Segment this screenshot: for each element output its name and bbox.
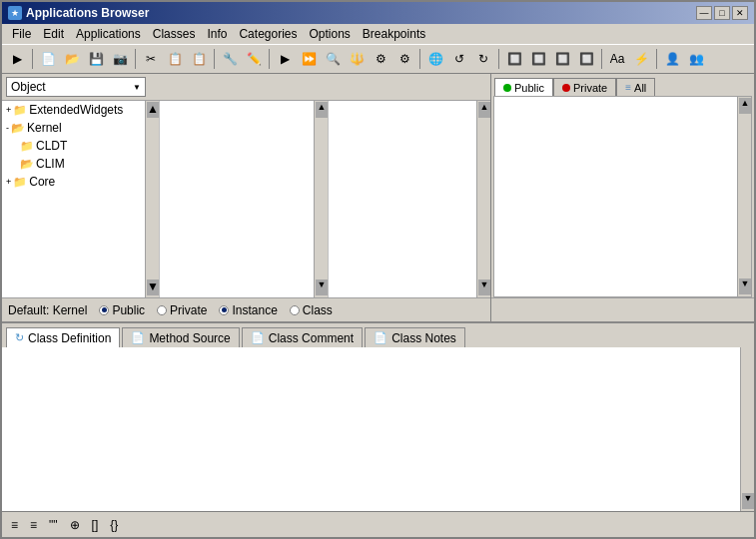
search-button[interactable]: 🔍 — [322, 48, 344, 70]
right-scroll-down[interactable]: ▼ — [478, 279, 490, 295]
snapshot-button[interactable]: 📷 — [109, 48, 131, 70]
grid3-button[interactable]: 🔲 — [551, 48, 573, 70]
tab-public[interactable]: Public — [494, 78, 553, 96]
tree-label: ExtendedWidgets — [29, 103, 123, 117]
toolbar-sep-3 — [214, 49, 215, 69]
open-button[interactable]: 📂 — [61, 48, 83, 70]
method-tabs-bar: Public Private ≡ All — [491, 74, 754, 96]
bracket-btn[interactable]: [] — [89, 518, 102, 532]
mid-scroll-down[interactable]: ▼ — [316, 279, 328, 295]
tab-method-source[interactable]: 📄 Method Source — [122, 327, 239, 347]
radio-class-indicator — [290, 305, 300, 315]
code-scroll-down[interactable]: ▼ — [742, 493, 754, 509]
tree-scroll-down[interactable]: ▼ — [147, 279, 159, 295]
globe-button[interactable]: 🌐 — [424, 48, 446, 70]
config2-button[interactable]: ⚙ — [393, 48, 415, 70]
brace-btn[interactable]: {} — [107, 518, 121, 532]
tree-item-cldt[interactable]: 📁 CLDT — [2, 137, 145, 155]
tab-class-comment[interactable]: 📄 Class Comment — [242, 327, 363, 347]
title-bar-left: ★ Applications Browser — [8, 6, 149, 20]
middle-list-panel: ▲ ▼ — [160, 101, 329, 297]
menu-options[interactable]: Options — [303, 25, 356, 43]
edit-button[interactable]: ✏️ — [243, 48, 265, 70]
tree-scroll-up[interactable]: ▲ — [147, 102, 159, 118]
menu-classes[interactable]: Classes — [147, 25, 202, 43]
grid1-button[interactable]: 🔲 — [503, 48, 525, 70]
right-scrollbar[interactable]: ▲ ▼ — [476, 101, 490, 297]
users-button[interactable]: 👥 — [685, 48, 707, 70]
save-button[interactable]: 💾 — [85, 48, 107, 70]
method-scrollbar[interactable]: ▲ ▼ — [737, 97, 751, 296]
add-btn[interactable]: ⊕ — [67, 518, 83, 532]
indent-btn[interactable]: ≡ — [8, 518, 21, 532]
expand-icon: - — [6, 123, 9, 133]
radio-public[interactable]: Public — [99, 303, 145, 317]
method-scroll-down[interactable]: ▼ — [739, 278, 751, 294]
middle-scrollbar[interactable]: ▲ ▼ — [314, 101, 328, 297]
tree-item-kernel[interactable]: - 📂 Kernel — [2, 119, 145, 137]
menu-applications[interactable]: Applications — [70, 25, 147, 43]
code-editor[interactable] — [2, 347, 740, 511]
radio-instance[interactable]: Instance — [219, 303, 277, 317]
menu-file[interactable]: File — [6, 25, 37, 43]
toolbar-sep-1 — [32, 49, 33, 69]
text-button[interactable]: Aa — [606, 48, 628, 70]
folder-icon: 📁 — [20, 140, 34, 153]
mid-scroll-up[interactable]: ▲ — [316, 102, 328, 118]
tree-label: CLIM — [36, 157, 65, 171]
toolbar: ▶ 📄 📂 💾 📷 ✂ 📋 📋 🔧 ✏️ ▶ ⏩ 🔍 🔱 ⚙ ⚙ 🌐 ↺ ↻ 🔲… — [2, 44, 754, 74]
close-button[interactable]: ✕ — [732, 6, 748, 20]
cut-button[interactable]: ✂ — [140, 48, 162, 70]
radio-class[interactable]: Class — [290, 303, 333, 317]
menu-breakpoints[interactable]: Breakpoints — [357, 25, 431, 43]
run-button[interactable]: ▶ — [6, 48, 28, 70]
outdent-btn[interactable]: ≡ — [27, 518, 40, 532]
tree-item-clim[interactable]: 📂 CLIM — [2, 155, 145, 173]
tab-class-notes[interactable]: 📄 Class Notes — [365, 327, 465, 347]
tree-label: CLDT — [36, 139, 67, 153]
right-scroll-up[interactable]: ▲ — [478, 102, 490, 118]
right-bottom-bar — [491, 297, 754, 321]
tab-class-definition[interactable]: ↻ Class Definition — [6, 327, 120, 347]
config1-button[interactable]: ⚙ — [370, 48, 391, 70]
toolbar-sep-7 — [601, 49, 602, 69]
grid2-button[interactable]: 🔲 — [527, 48, 549, 70]
undo-button[interactable]: ↺ — [448, 48, 470, 70]
folder-icon: 📁 — [13, 176, 27, 189]
menu-info[interactable]: Info — [201, 25, 233, 43]
menu-bar: File Edit Applications Classes Info Cate… — [2, 24, 754, 44]
code-scrollbar[interactable]: ▼ — [740, 347, 754, 511]
tree-scrollbar[interactable]: ▲ ▼ — [145, 101, 159, 297]
window-title: Applications Browser — [26, 6, 149, 20]
class-comment-icon: 📄 — [251, 331, 265, 344]
main-window: ★ Applications Browser — □ ✕ File Edit A… — [0, 0, 756, 539]
maximize-button[interactable]: □ — [714, 6, 730, 20]
user-button[interactable]: 👤 — [661, 48, 683, 70]
paste-button[interactable]: 📋 — [188, 48, 210, 70]
menu-categories[interactable]: Categories — [233, 25, 303, 43]
copy-button[interactable]: 📋 — [164, 48, 186, 70]
code-bottom-toolbar: ≡ ≡ "" ⊕ [] {} — [2, 511, 754, 537]
step-button[interactable]: ⏩ — [298, 48, 320, 70]
flash-button[interactable]: ⚡ — [630, 48, 652, 70]
string-btn[interactable]: "" — [46, 518, 61, 532]
method-scroll-up[interactable]: ▲ — [739, 98, 751, 114]
minimize-button[interactable]: — — [696, 6, 712, 20]
expand-icon: + — [6, 105, 11, 115]
toolbar-sep-5 — [419, 49, 420, 69]
filter-button[interactable]: 🔱 — [346, 48, 368, 70]
tab-private[interactable]: Private — [553, 78, 616, 96]
play-button[interactable]: ▶ — [274, 48, 296, 70]
settings-button[interactable]: 🔧 — [219, 48, 241, 70]
class-dropdown[interactable]: Object ▼ — [6, 77, 146, 97]
grid4-button[interactable]: 🔲 — [575, 48, 597, 70]
radio-private[interactable]: Private — [157, 303, 207, 317]
menu-edit[interactable]: Edit — [37, 25, 70, 43]
tab-all[interactable]: ≡ All — [616, 78, 655, 96]
tree-item-extendedwidgets[interactable]: + 📁 ExtendedWidgets — [2, 101, 145, 119]
redo-button[interactable]: ↻ — [472, 48, 494, 70]
class-notes-icon: 📄 — [374, 331, 387, 344]
new-button[interactable]: 📄 — [37, 48, 59, 70]
folder-icon: 📁 — [13, 104, 27, 117]
tree-item-core[interactable]: + 📁 Core — [2, 173, 145, 191]
